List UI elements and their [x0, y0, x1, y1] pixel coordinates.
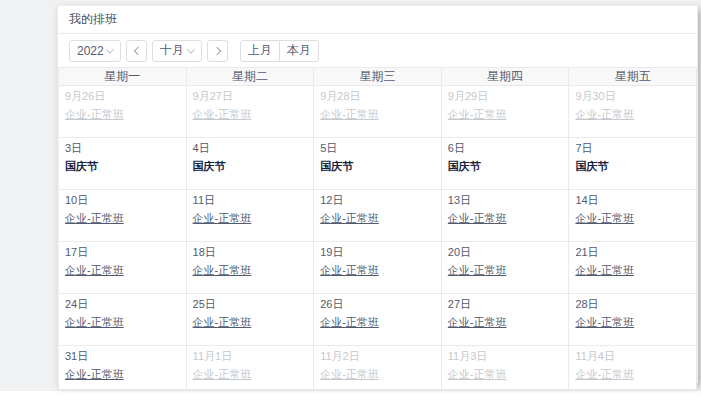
calendar-day-cell[interactable]: 9月29日企业-正常班 — [441, 86, 569, 138]
calendar-day-cell[interactable]: 9月26日企业-正常班 — [59, 86, 187, 138]
calendar-week-row: 17日企业-正常班18日企业-正常班19日企业-正常班20日企业-正常班21日企… — [59, 242, 697, 294]
calendar-day-cell[interactable]: 24日企业-正常班 — [59, 294, 187, 346]
schedule-panel: 我的排班 2022 十月 上月 本月 星期一星期二星期三星期四星期五 9月26日… — [57, 5, 698, 383]
calendar-day-cell[interactable]: 7日国庆节 — [569, 138, 697, 190]
day-label: 25日 — [193, 297, 310, 312]
day-label: 9月27日 — [193, 89, 310, 104]
year-select[interactable]: 2022 — [69, 40, 121, 62]
calendar-day-cell[interactable]: 28日企业-正常班 — [569, 294, 697, 346]
calendar-day-cell[interactable]: 27日企业-正常班 — [441, 294, 569, 346]
calendar-day-cell[interactable]: 31日企业-正常班 — [59, 346, 187, 390]
calendar-day-cell[interactable]: 12日企业-正常班 — [314, 190, 442, 242]
calendar-table: 星期一星期二星期三星期四星期五 9月26日企业-正常班9月27日企业-正常班9月… — [58, 67, 697, 390]
day-label: 11日 — [193, 193, 310, 208]
prev-month-button[interactable]: 上月 — [240, 40, 280, 62]
calendar-day-cell[interactable]: 25日企业-正常班 — [186, 294, 314, 346]
shift-link[interactable]: 企业-正常班 — [575, 263, 634, 278]
day-label: 11月2日 — [320, 349, 437, 364]
shift-link[interactable]: 企业-正常班 — [448, 263, 507, 278]
day-label: 14日 — [575, 193, 692, 208]
weekday-header: 星期一 — [59, 68, 187, 86]
shift-link[interactable]: 企业-正常班 — [448, 315, 507, 330]
day-label: 28日 — [575, 297, 692, 312]
shift-link[interactable]: 企业-正常班 — [448, 107, 507, 122]
day-label: 19日 — [320, 245, 437, 260]
calendar-day-cell[interactable]: 11月3日企业-正常班 — [441, 346, 569, 390]
day-label: 11月3日 — [448, 349, 565, 364]
calendar-day-cell[interactable]: 3日国庆节 — [59, 138, 187, 190]
day-label: 5日 — [320, 141, 437, 156]
day-label: 21日 — [575, 245, 692, 260]
weekday-header: 星期五 — [569, 68, 697, 86]
shift-link[interactable]: 企业-正常班 — [193, 211, 252, 226]
shift-link[interactable]: 企业-正常班 — [65, 315, 124, 330]
shift-link[interactable]: 企业-正常班 — [193, 315, 252, 330]
weekday-header: 星期四 — [441, 68, 569, 86]
shift-link[interactable]: 企业-正常班 — [575, 107, 634, 122]
calendar-toolbar: 2022 十月 上月 本月 — [58, 34, 697, 67]
calendar-day-cell[interactable]: 9月27日企业-正常班 — [186, 86, 314, 138]
shift-link[interactable]: 企业-正常班 — [193, 263, 252, 278]
this-month-button[interactable]: 本月 — [280, 40, 319, 62]
shift-link[interactable]: 企业-正常班 — [575, 315, 634, 330]
calendar-day-cell[interactable]: 13日企业-正常班 — [441, 190, 569, 242]
calendar-day-cell[interactable]: 6日国庆节 — [441, 138, 569, 190]
next-month-arrow-button[interactable] — [207, 40, 228, 62]
chevron-down-icon — [187, 45, 195, 53]
shift-link[interactable]: 企业-正常班 — [193, 107, 252, 122]
calendar-day-cell[interactable]: 11月1日企业-正常班 — [186, 346, 314, 390]
day-label: 27日 — [448, 297, 565, 312]
calendar-day-cell[interactable]: 9月30日企业-正常班 — [569, 86, 697, 138]
prev-month-arrow-button[interactable] — [126, 40, 147, 62]
shift-link[interactable]: 企业-正常班 — [65, 367, 124, 382]
calendar-weekday-header-row: 星期一星期二星期三星期四星期五 — [59, 68, 697, 86]
weekday-header: 星期二 — [186, 68, 314, 86]
page-title: 我的排班 — [69, 11, 117, 28]
calendar-week-row: 24日企业-正常班25日企业-正常班26日企业-正常班27日企业-正常班28日企… — [59, 294, 697, 346]
shift-link[interactable]: 企业-正常班 — [320, 367, 379, 382]
calendar-day-cell[interactable]: 11月2日企业-正常班 — [314, 346, 442, 390]
day-label: 6日 — [448, 141, 565, 156]
shift-link[interactable]: 企业-正常班 — [65, 263, 124, 278]
shift-link[interactable]: 企业-正常班 — [65, 211, 124, 226]
day-label: 18日 — [193, 245, 310, 260]
holiday-label: 国庆节 — [320, 159, 353, 174]
day-label: 3日 — [65, 141, 182, 156]
chevron-right-icon — [212, 46, 220, 54]
shift-link[interactable]: 企业-正常班 — [320, 107, 379, 122]
calendar-body: 9月26日企业-正常班9月27日企业-正常班9月28日企业-正常班9月29日企业… — [59, 86, 697, 390]
shift-link[interactable]: 企业-正常班 — [193, 367, 252, 382]
calendar-week-row: 9月26日企业-正常班9月27日企业-正常班9月28日企业-正常班9月29日企业… — [59, 86, 697, 138]
calendar-day-cell[interactable]: 11月4日企业-正常班 — [569, 346, 697, 390]
shift-link[interactable]: 企业-正常班 — [320, 263, 379, 278]
calendar-day-cell[interactable]: 4日国庆节 — [186, 138, 314, 190]
shift-link[interactable]: 企业-正常班 — [320, 315, 379, 330]
calendar-day-cell[interactable]: 21日企业-正常班 — [569, 242, 697, 294]
day-label: 9月30日 — [575, 89, 692, 104]
year-select-value: 2022 — [77, 44, 104, 58]
day-label: 20日 — [448, 245, 565, 260]
calendar-day-cell[interactable]: 5日国庆节 — [314, 138, 442, 190]
day-label: 7日 — [575, 141, 692, 156]
weekday-header: 星期三 — [314, 68, 442, 86]
month-select[interactable]: 十月 — [152, 40, 202, 62]
day-label: 9月28日 — [320, 89, 437, 104]
shift-link[interactable]: 企业-正常班 — [320, 211, 379, 226]
shift-link[interactable]: 企业-正常班 — [575, 211, 634, 226]
calendar-day-cell[interactable]: 11日企业-正常班 — [186, 190, 314, 242]
calendar-day-cell[interactable]: 17日企业-正常班 — [59, 242, 187, 294]
calendar-day-cell[interactable]: 9月28日企业-正常班 — [314, 86, 442, 138]
calendar-day-cell[interactable]: 26日企业-正常班 — [314, 294, 442, 346]
day-label: 26日 — [320, 297, 437, 312]
calendar-day-cell[interactable]: 19日企业-正常班 — [314, 242, 442, 294]
day-label: 24日 — [65, 297, 182, 312]
shift-link[interactable]: 企业-正常班 — [448, 367, 507, 382]
panel-header: 我的排班 — [58, 6, 697, 34]
calendar-day-cell[interactable]: 14日企业-正常班 — [569, 190, 697, 242]
calendar-day-cell[interactable]: 20日企业-正常班 — [441, 242, 569, 294]
calendar-day-cell[interactable]: 10日企业-正常班 — [59, 190, 187, 242]
shift-link[interactable]: 企业-正常班 — [65, 107, 124, 122]
calendar-day-cell[interactable]: 18日企业-正常班 — [186, 242, 314, 294]
shift-link[interactable]: 企业-正常班 — [575, 367, 634, 382]
shift-link[interactable]: 企业-正常班 — [448, 211, 507, 226]
